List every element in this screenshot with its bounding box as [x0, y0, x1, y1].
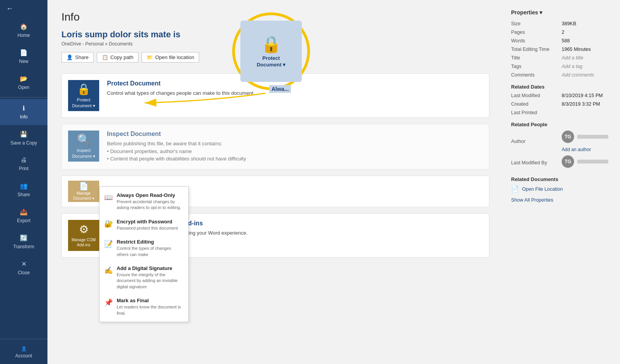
sidebar-item-info[interactable]: ℹ Info	[0, 99, 47, 125]
sidebar-item-label: Print	[19, 166, 29, 171]
com-addins-button[interactable]: ⚙ Manage COM Add-ins	[68, 220, 99, 251]
add-author-link[interactable]: Add an author	[562, 147, 608, 152]
sidebar-item-open[interactable]: 📂 Open	[0, 70, 47, 96]
author-name-bar	[577, 135, 608, 139]
sidebar-item-home[interactable]: 🏠 Home	[0, 17, 47, 44]
sidebar-item-label: Save a Copy	[11, 140, 37, 146]
prop-row-words: Words 588	[511, 38, 612, 44]
inspect-document-title: Inspect Document	[107, 131, 483, 138]
sidebar-nav: 🏠 Home 📄 New 📂 Open ℹ Info 💾 Save a Copy…	[0, 17, 47, 337]
prop-row-created: Created 8/3/2019 3:32 PM	[511, 101, 612, 107]
share-icon: 👥	[20, 182, 28, 190]
encrypt-icon: 🔐	[104, 219, 113, 228]
prop-value-tags[interactable]: Add a tag	[562, 64, 612, 69]
mark-final-icon: 📌	[104, 298, 113, 307]
copy-path-icon: 📋	[102, 54, 108, 60]
protect-document-content: Protect Document Control what types of c…	[107, 80, 483, 97]
prop-label-last-modified: Last Modified	[511, 93, 562, 98]
sidebar: ← 🏠 Home 📄 New 📂 Open ℹ Info 💾 Save a Co…	[0, 0, 47, 364]
protect-document-desc: Control what types of changes people can…	[107, 89, 483, 97]
dropdown-item-mark-final[interactable]: 📌 Mark as Final Let readers know the doc…	[100, 294, 188, 320]
prop-label-tags: Tags	[511, 64, 562, 69]
restrict-icon: 📝	[104, 240, 113, 248]
related-doc-row[interactable]: 📄 Open File Location	[511, 185, 612, 193]
digital-sig-title: Add a Digital Signature	[117, 265, 184, 271]
transform-icon: 🔄	[20, 234, 28, 242]
prop-row-editing-time: Total Editing Time 1965 Minutes	[511, 47, 612, 52]
prop-row-last-printed: Last Printed	[511, 110, 612, 115]
print-icon: 🖨	[21, 157, 27, 164]
sidebar-item-label: Home	[18, 33, 30, 38]
encrypt-desc: Password-protect this document	[117, 225, 184, 231]
sidebar-item-transform[interactable]: 🔄 Transform	[0, 229, 47, 255]
dropdown-item-always-open[interactable]: 📖 Always Open Read-Only Prevent accident…	[100, 188, 188, 215]
prop-label-size: Size	[511, 21, 562, 26]
action-buttons: 👤 Share 📋 Copy path 📁 Open file location	[61, 52, 489, 63]
open-file-location-button[interactable]: 📁 Open file location	[142, 52, 199, 63]
sidebar-item-new[interactable]: 📄 New	[0, 44, 47, 70]
manage-document-button[interactable]: 📄 Manage Document ▾	[68, 181, 99, 202]
properties-header[interactable]: Properties ▾	[511, 9, 612, 16]
last-modified-avatar: TG	[562, 155, 574, 168]
info-panel: Info Loris sump dolor sits mate is OneDr…	[47, 0, 503, 364]
prop-value-comments[interactable]: Add comments	[562, 72, 612, 78]
save-icon: 💾	[20, 131, 28, 138]
prop-value-last-printed	[562, 110, 612, 115]
prop-row-last-modified: Last Modified 8/10/2019 4:15 PM	[511, 93, 612, 98]
prop-label-last-printed: Last Printed	[511, 110, 562, 115]
prop-value-title[interactable]: Add a title	[562, 55, 612, 61]
sidebar-item-label: Open	[18, 85, 29, 90]
restrict-title: Restrict Editing	[117, 239, 184, 245]
share-btn-label: Share	[75, 54, 89, 60]
sidebar-item-export[interactable]: 📤 Export	[0, 203, 47, 229]
dropdown-item-encrypt[interactable]: 🔐 Encrypt with Password Password-protect…	[100, 215, 188, 235]
copy-path-button[interactable]: 📋 Copy path	[97, 52, 138, 63]
digital-sig-icon: ✍	[104, 266, 113, 275]
close-icon: ✕	[21, 260, 26, 268]
mark-final-title: Mark as Final	[117, 298, 184, 303]
inspect-document-content: Inspect Document Before publishing this …	[107, 131, 483, 163]
last-modified-name-bar	[577, 160, 608, 164]
author-value: TG Add an author	[562, 131, 608, 152]
protect-document-button[interactable]: 🔒 Protect Document ▾	[68, 80, 99, 111]
related-doc-label: Open File Location	[522, 186, 563, 192]
digital-sig-desc: Ensure the integrity of the document by …	[117, 272, 184, 290]
prop-label-title: Title	[511, 55, 562, 61]
sidebar-item-share[interactable]: 👥 Share	[0, 177, 47, 203]
prop-row-last-modified-by: Last Modified By TG	[511, 155, 612, 170]
last-modified-by-row: TG	[562, 155, 608, 168]
encrypt-title: Encrypt with Password	[117, 219, 184, 225]
dropdown-item-restrict[interactable]: 📝 Restrict Editing Control the types of …	[100, 235, 188, 261]
restrict-desc: Control the types of changes others can …	[117, 246, 184, 258]
protect-document-dropdown: 📖 Always Open Read-Only Prevent accident…	[99, 186, 189, 322]
back-icon: ←	[6, 5, 13, 13]
document-title: Loris sump dolor sits mate is	[61, 30, 489, 40]
share-button[interactable]: 👤 Share	[61, 52, 94, 63]
manage-button-label: Manage Document ▾	[73, 191, 94, 201]
prop-row-comments: Comments Add comments	[511, 72, 612, 78]
sidebar-item-print[interactable]: 🖨 Print	[0, 151, 47, 177]
open-file-icon: 📁	[147, 54, 153, 60]
sidebar-item-save-copy[interactable]: 💾 Save a Copy	[0, 125, 47, 151]
back-button[interactable]: ←	[0, 0, 47, 17]
com-button-label: Manage COM Add-ins	[72, 237, 96, 247]
sidebar-divider	[0, 97, 47, 98]
properties-panel: Properties ▾ Size 389KB Pages 2 Words 58…	[503, 0, 620, 364]
prop-label-last-modified-by: Last Modified By	[511, 160, 562, 165]
prop-label-words: Words	[511, 38, 562, 44]
always-open-icon: 📖	[104, 193, 113, 202]
prop-label-author: Author	[511, 139, 562, 144]
account-icon: 👤	[21, 346, 27, 352]
show-all-properties-link[interactable]: Show All Properties	[511, 197, 612, 203]
sidebar-item-account[interactable]: 👤 Account	[0, 341, 47, 364]
inspect-document-button[interactable]: 🔍 InspectDocument ▾	[68, 131, 99, 162]
always-open-title: Always Open Read-Only	[117, 192, 184, 198]
dropdown-item-digital-sig[interactable]: ✍ Add a Digital Signature Ensure the int…	[100, 261, 188, 294]
sidebar-item-close[interactable]: ✕ Close	[0, 255, 47, 281]
inspect-icon: 🔍	[77, 133, 91, 146]
open-file-label: Open file location	[155, 54, 194, 60]
mark-final-desc: Let readers know the document is final.	[117, 304, 184, 316]
copy-path-label: Copy path	[110, 54, 133, 60]
document-path: OneDrive - Personal » Documents	[61, 41, 489, 47]
protect-button-label: Protect Document ▾	[72, 97, 95, 108]
